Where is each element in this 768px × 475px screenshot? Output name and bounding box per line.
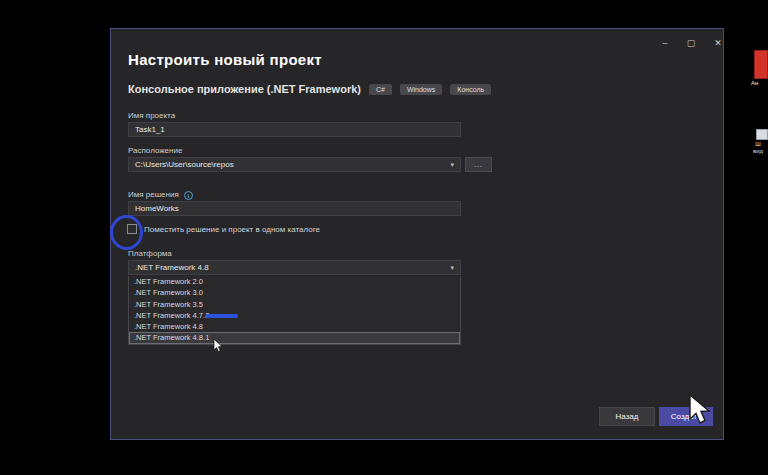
project-name-label: Имя проекта	[128, 111, 175, 120]
platform-value: .NET Framework 4.8	[135, 263, 209, 272]
close-icon[interactable]: ✕	[709, 35, 727, 51]
mouse-cursor-large	[688, 394, 714, 426]
platform-option[interactable]: .NET Framework 4.8	[129, 321, 460, 332]
chevron-down-icon: ▾	[450, 161, 454, 168]
screen-background: – ▢ ✕ Настроить новый проект Консольное …	[0, 0, 768, 475]
platform-option[interactable]: .NET Framework 3.0	[129, 287, 460, 298]
solution-name-label-text: Имя решения	[128, 190, 179, 199]
project-name-input[interactable]	[128, 122, 461, 137]
desktop-icon-label-line1: Ш	[753, 141, 763, 148]
desktop-file-icon[interactable]	[756, 129, 768, 140]
platform-label: Платформа	[128, 249, 172, 258]
maximize-icon[interactable]: ▢	[682, 35, 700, 51]
desktop-icon-label: Ш вид	[753, 141, 763, 155]
desktop-icon-label: Ан	[751, 80, 758, 86]
configure-project-dialog: – ▢ ✕ Настроить новый проект Консольное …	[110, 28, 724, 440]
back-button[interactable]: Назад	[599, 407, 655, 426]
page-title: Настроить новый проект	[128, 51, 322, 68]
same-directory-label: Поместить решение и проект в одном катал…	[144, 225, 320, 234]
platform-combobox[interactable]: .NET Framework 4.8 ▾	[128, 260, 461, 275]
tag-console: Консоль	[450, 84, 491, 95]
desktop-app-icon[interactable]	[754, 50, 768, 79]
chevron-down-icon: ▾	[450, 264, 454, 271]
location-value: C:\Users\User\source\repos	[135, 160, 234, 169]
location-combobox[interactable]: C:\Users\User\source\repos ▾	[128, 157, 461, 172]
platform-options-list: .NET Framework 2.0 .NET Framework 3.0 .N…	[128, 276, 461, 345]
checkbox-circle-annotation	[110, 215, 143, 250]
same-directory-row: Поместить решение и проект в одном катал…	[127, 224, 320, 234]
minimize-icon[interactable]: –	[656, 35, 674, 51]
info-icon: i	[184, 191, 193, 200]
solution-name-label: Имя решенияi	[128, 190, 193, 200]
platform-option-selected[interactable]: .NET Framework 4.8.1	[129, 332, 460, 343]
solution-name-input[interactable]	[128, 201, 461, 216]
tag-csharp: C#	[369, 84, 392, 95]
project-type-label: Консольное приложение (.NET Framework)	[128, 83, 361, 95]
framework-underline-annotation	[205, 314, 238, 318]
platform-option[interactable]: .NET Framework 3.5	[129, 299, 460, 310]
mouse-cursor	[213, 338, 224, 353]
project-type-row: Консольное приложение (.NET Framework) C…	[128, 83, 491, 95]
desktop-icon-label-line2: вид	[753, 148, 763, 155]
browse-button[interactable]: ...	[465, 157, 492, 172]
location-label: Расположение	[128, 146, 182, 155]
platform-option[interactable]: .NET Framework 4.7.2	[129, 310, 460, 321]
platform-option[interactable]: .NET Framework 2.0	[129, 276, 460, 287]
tag-windows: Windows	[400, 84, 442, 95]
